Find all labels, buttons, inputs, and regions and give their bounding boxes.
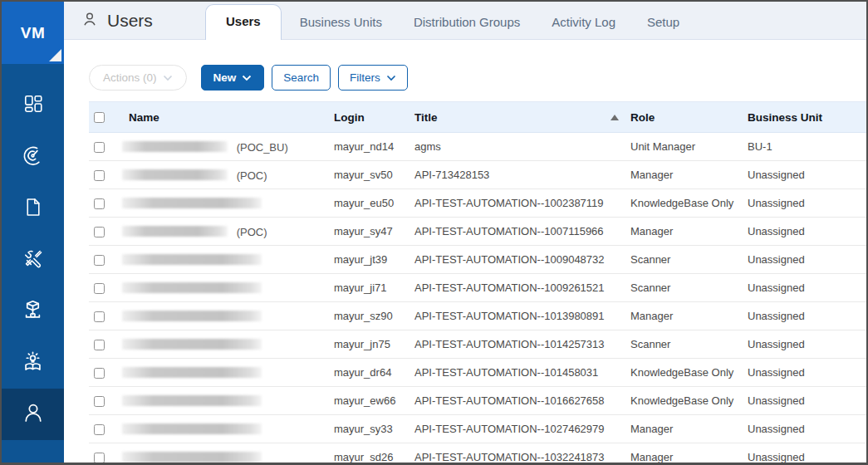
module-switcher-corner-icon: [49, 49, 61, 61]
row-checkbox[interactable]: [94, 283, 105, 294]
row-checkbox[interactable]: [94, 340, 105, 350]
table-row[interactable]: (POC_BU) mayur_nd14 agms Unit Manager BU…: [89, 133, 868, 161]
login-cell: mayur_jn75: [334, 330, 414, 359]
table-row[interactable]: mayur_eu50 API-TEST-AUTOMATION--10023871…: [89, 189, 868, 218]
users-table-container: Name Login Title Role Business Unit: [89, 101, 866, 465]
redacted-name: [122, 367, 262, 378]
login-cell: mayur_ew66: [334, 387, 414, 415]
select-all-checkbox[interactable]: [94, 112, 105, 123]
row-checkbox-cell: [89, 161, 120, 189]
user-table-body: (POC_BU) mayur_nd14 agms Unit Manager BU…: [89, 133, 868, 465]
table-row[interactable]: mayur_jt39 API-TEST-AUTOMATION--10090487…: [89, 246, 868, 274]
row-checkbox[interactable]: [94, 198, 105, 209]
login-cell: mayur_jt39: [334, 246, 414, 274]
business-unit-cell: Unassigned: [748, 189, 868, 218]
title-cell: API-TEST-AUTOMATION--1002387119: [414, 189, 630, 218]
row-checkbox[interactable]: [94, 170, 105, 181]
business-unit-cell: Unassigned: [748, 218, 868, 246]
tab-business-units[interactable]: Business Units: [284, 15, 398, 40]
table-row[interactable]: mayur_jn75 API-TEST-AUTOMATION--10142573…: [89, 330, 868, 359]
table-row[interactable]: mayur_sy33 API-TEST-AUTOMATION--10274629…: [89, 415, 868, 443]
name-cell: (POC): [120, 161, 334, 189]
name-suffix: (POC): [237, 169, 267, 182]
toolbar: Actions (0) New Search Filters: [89, 65, 866, 91]
business-unit-cell: Unassigned: [748, 246, 868, 274]
tab-activity-log[interactable]: Activity Log: [536, 15, 631, 40]
row-checkbox-cell: [89, 189, 120, 218]
row-checkbox[interactable]: [94, 255, 105, 266]
table-row[interactable]: (POC) mayur_sv50 API-713428153 Manager U…: [89, 161, 868, 189]
table-row[interactable]: mayur_ji71 API-TEST-AUTOMATION--10092615…: [89, 274, 868, 302]
business-unit-cell: Unassigned: [748, 387, 868, 415]
login-cell: mayur_sd26: [334, 443, 414, 465]
business-unit-cell: Unassigned: [748, 302, 868, 330]
row-checkbox-cell: [89, 443, 120, 465]
name-suffix: (POC_BU): [237, 141, 288, 154]
name-cell: [120, 387, 334, 415]
title-cell: API-TEST-AUTOMATION--1007115966: [414, 218, 630, 246]
row-checkbox[interactable]: [94, 396, 105, 407]
redacted-name: [122, 395, 262, 406]
sidebar-item-reports[interactable]: [2, 183, 64, 234]
name-cell: [120, 415, 334, 443]
sidebar-item-users[interactable]: [2, 389, 64, 440]
column-header-title[interactable]: Title: [414, 102, 630, 133]
row-checkbox[interactable]: [94, 311, 105, 322]
knowledgebase-icon: [22, 350, 44, 376]
actions-dropdown-button[interactable]: Actions (0): [89, 65, 187, 91]
vm-module-logo[interactable]: VM: [2, 2, 64, 64]
table-row[interactable]: mayur_dr64 API-TEST-AUTOMATION--10145803…: [89, 359, 868, 387]
table-row[interactable]: mayur_sz90 API-TEST-AUTOMATION--10139808…: [89, 302, 868, 330]
role-cell: Manager: [630, 415, 748, 443]
row-checkbox[interactable]: [94, 424, 105, 435]
role-cell: Manager: [630, 443, 748, 465]
page-title-group: Users: [64, 10, 153, 32]
sidebar-item-scans[interactable]: [2, 131, 64, 183]
sidebar-item-remediation[interactable]: [2, 234, 64, 286]
users-table: Name Login Title Role Business Unit: [89, 101, 868, 465]
tab-distribution-groups[interactable]: Distribution Groups: [398, 15, 536, 40]
column-header-login[interactable]: Login: [334, 102, 414, 133]
row-checkbox-cell: [89, 387, 120, 415]
login-cell: mayur_sv50: [334, 161, 414, 189]
sidebar-item-assets[interactable]: [2, 286, 64, 337]
business-unit-cell: Unassigned: [748, 359, 868, 387]
login-cell: mayur_sz90: [334, 302, 414, 330]
row-checkbox[interactable]: [94, 142, 105, 153]
scans-radar-icon: [22, 144, 44, 170]
title-cell: API-TEST-AUTOMATION--1009048732: [414, 246, 630, 274]
search-button[interactable]: Search: [272, 65, 331, 91]
role-cell: Scanner: [630, 274, 748, 302]
role-cell: Scanner: [630, 246, 748, 274]
sidebar-item-knowledgebase[interactable]: [2, 337, 64, 389]
column-header-business-unit[interactable]: Business Unit: [748, 102, 868, 133]
row-checkbox[interactable]: [94, 453, 105, 463]
table-row[interactable]: (POC) mayur_sy47 API-TEST-AUTOMATION--10…: [89, 218, 868, 246]
sort-ascending-icon: [611, 115, 619, 120]
module-sidebar: VM: [2, 2, 64, 463]
main-area: Users Users Business Units Distribution …: [64, 2, 866, 463]
row-checkbox-cell: [89, 359, 120, 387]
role-cell: KnowledgeBase Only: [630, 359, 748, 387]
filters-dropdown-button[interactable]: Filters: [338, 65, 408, 91]
reports-document-icon: [22, 197, 43, 221]
redacted-name: [122, 452, 262, 463]
row-checkbox[interactable]: [94, 227, 105, 237]
sidebar-item-dashboard[interactable]: [2, 80, 64, 131]
name-cell: [120, 330, 334, 359]
row-checkbox[interactable]: [94, 368, 105, 379]
new-dropdown-button[interactable]: New: [201, 65, 265, 91]
column-header-role[interactable]: Role: [630, 102, 748, 133]
name-cell: [120, 246, 334, 274]
page-header: Users Users Business Units Distribution …: [64, 2, 866, 40]
remediation-tools-icon: [22, 247, 44, 272]
table-row[interactable]: mayur_ew66 API-TEST-AUTOMATION--10166276…: [89, 387, 868, 415]
redacted-name: [122, 254, 262, 265]
login-cell: mayur_dr64: [334, 359, 414, 387]
title-cell: API-TEST-AUTOMATION--101458031: [414, 359, 630, 387]
tab-users[interactable]: Users: [205, 4, 282, 40]
login-cell: mayur_ji71: [334, 274, 414, 302]
tab-setup[interactable]: Setup: [631, 15, 695, 40]
column-header-name[interactable]: Name: [120, 102, 334, 133]
table-row[interactable]: mayur_sd26 API-TEST-AUTOMATION--10322418…: [89, 443, 868, 465]
